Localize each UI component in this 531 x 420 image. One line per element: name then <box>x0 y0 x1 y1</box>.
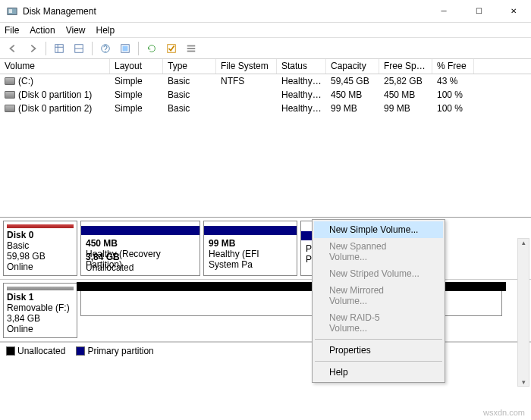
app-icon <box>6 5 18 17</box>
context-menu-item[interactable]: Properties <box>314 342 443 359</box>
volume-list-header: Volume Layout Type File System Status Ca… <box>0 59 531 74</box>
disk-label[interactable]: Disk 0Basic59,98 GBOnline <box>3 221 77 276</box>
scroll-down-icon[interactable]: ▾ <box>522 378 526 386</box>
menu-file[interactable]: File <box>5 25 19 36</box>
col-status[interactable]: Status <box>277 59 326 74</box>
col-capacity[interactable]: Capacity <box>326 59 379 74</box>
toolbar-list-icon[interactable] <box>183 40 200 57</box>
scroll-up-icon[interactable]: ▴ <box>522 239 526 246</box>
toolbar-settings-icon[interactable] <box>117 40 134 57</box>
disk-scrollbar[interactable]: ▴ ▾ <box>517 238 529 387</box>
toolbar: ? <box>0 38 531 59</box>
col-layout[interactable]: Layout <box>110 59 163 74</box>
svg-text:?: ? <box>103 43 108 52</box>
toolbar-view1-icon[interactable] <box>51 40 68 57</box>
menu-view[interactable]: View <box>66 25 86 36</box>
minimize-button[interactable]: ─ <box>426 0 461 22</box>
back-button[interactable] <box>5 40 21 57</box>
col-volume[interactable]: Volume <box>0 59 110 74</box>
disk-map: Disk 0Basic59,98 GBOnline450 MBHealthy (… <box>0 217 531 342</box>
context-menu-item: New Striped Volume... <box>314 265 443 282</box>
context-menu: New Simple Volume...New Spanned Volume..… <box>312 219 445 383</box>
volume-list: (C:)SimpleBasicNTFSHealthy (B...59,45 GB… <box>0 74 531 217</box>
context-menu-item[interactable]: Help <box>314 364 443 381</box>
maximize-button[interactable]: ☐ <box>461 0 496 22</box>
forward-button[interactable] <box>24 40 41 57</box>
context-menu-item: New RAID-5 Volume... <box>314 309 443 337</box>
legend: Unallocated Primary partition <box>0 342 531 359</box>
disk-label[interactable]: Disk 1Removable (F:)3,84 GBOnline <box>3 283 77 338</box>
svg-rect-11 <box>123 45 128 51</box>
svg-rect-3 <box>55 44 64 52</box>
col-type[interactable]: Type <box>163 59 216 74</box>
help-icon[interactable]: ? <box>97 40 114 57</box>
col-filesystem[interactable]: File System <box>216 59 277 74</box>
svg-rect-15 <box>187 50 196 52</box>
volume-row[interactable]: (Disk 0 partition 2)SimpleBasicHealthy (… <box>0 102 531 115</box>
close-button[interactable]: ✕ <box>496 0 531 22</box>
menu-help[interactable]: Help <box>96 25 115 36</box>
context-menu-item[interactable]: New Simple Volume... <box>314 221 443 238</box>
menubar: File Action View Help <box>0 23 531 38</box>
col-extra <box>474 59 531 74</box>
toolbar-view2-icon[interactable] <box>71 40 87 57</box>
drive-icon <box>5 105 15 112</box>
col-pctfree[interactable]: % Free <box>432 59 474 74</box>
svg-rect-14 <box>187 48 196 49</box>
menu-action[interactable]: Action <box>30 25 55 36</box>
svg-rect-13 <box>187 45 196 46</box>
svg-rect-1 <box>9 9 12 11</box>
context-menu-item: New Mirrored Volume... <box>314 282 443 309</box>
drive-icon <box>5 77 15 85</box>
svg-rect-2 <box>9 11 12 13</box>
volume-row[interactable]: (C:)SimpleBasicNTFSHealthy (B...59,45 GB… <box>0 74 531 88</box>
volume-row[interactable]: (Disk 0 partition 1)SimpleBasicHealthy (… <box>0 88 531 102</box>
refresh-icon[interactable] <box>143 40 160 57</box>
window-title: Disk Management <box>23 6 426 17</box>
titlebar: Disk Management ─ ☐ ✕ <box>0 0 531 23</box>
legend-primary: Primary partition <box>76 346 153 356</box>
check-icon[interactable] <box>163 40 180 57</box>
drive-icon <box>5 91 15 99</box>
context-menu-item: New Spanned Volume... <box>314 238 443 265</box>
disk-row: Disk 1Removable (F:)3,84 GBOnline3,84 GB… <box>0 280 531 342</box>
legend-unallocated: Unallocated <box>6 346 65 356</box>
watermark: wsxdn.com <box>483 408 525 417</box>
col-free[interactable]: Free Spa... <box>379 59 432 74</box>
